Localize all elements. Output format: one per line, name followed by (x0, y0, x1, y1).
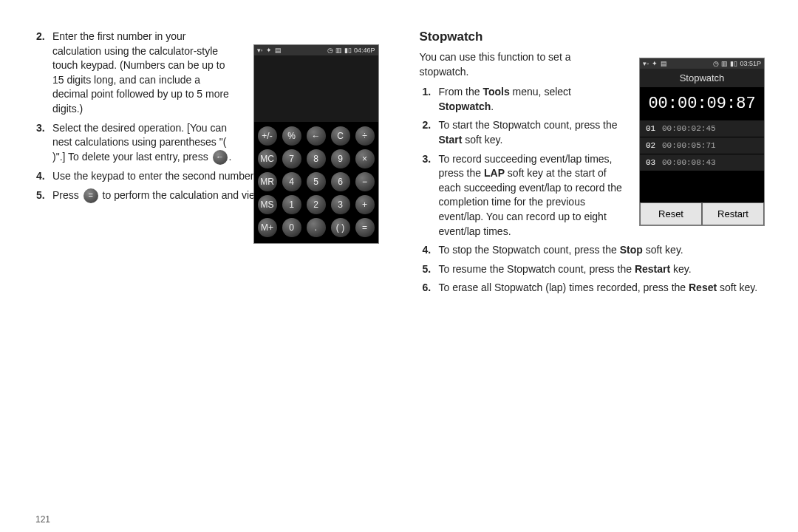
signal-icon: ▾◦ (257, 47, 263, 54)
calc-key-dot[interactable]: . (307, 218, 326, 237)
lap-time: 00:00:02:45 (662, 124, 716, 133)
step-number: 3. (420, 152, 439, 239)
calc-key-6[interactable]: 6 (331, 172, 350, 191)
calc-key-paren[interactable]: ( ) (331, 218, 350, 237)
calc-key-9[interactable]: 9 (331, 149, 350, 168)
step-text: Enter the first number in your calculati… (52, 30, 237, 117)
indicator-icon: ▤ (661, 60, 667, 67)
step-number: 4. (33, 169, 52, 184)
calc-key-plus[interactable]: + (355, 195, 375, 214)
calc-key-plusminus[interactable]: +/- (258, 126, 277, 146)
calculator-display (254, 55, 378, 122)
back-arrow-icon: ← (213, 150, 228, 165)
calc-key-mc[interactable]: MC (258, 149, 277, 168)
calc-key-equals[interactable]: = (355, 218, 375, 237)
stopwatch-heading: Stopwatch (420, 30, 765, 44)
step-number: 6. (420, 281, 439, 296)
signal-icon: ▾◦ (643, 60, 649, 67)
clock-icon: ◷ (713, 60, 719, 67)
calc-key-8[interactable]: 8 (307, 149, 326, 168)
left-column: 2. Enter the first number in your calcul… (33, 30, 379, 300)
calc-key-mplus[interactable]: M+ (258, 218, 277, 237)
status-bar: ▾◦ ✦ ▤ ◷ ▥ ▮▯ 03:51P (640, 58, 764, 69)
lap-number: 03 (646, 158, 658, 167)
step-text: Select the desired operation. [You can n… (52, 121, 237, 165)
step-number: 4. (420, 243, 439, 258)
calc-key-3[interactable]: 3 (331, 195, 350, 214)
right-column: Stopwatch You can use this function to s… (420, 30, 765, 300)
bars-icon: ▥ (335, 47, 342, 54)
step-number: 1. (420, 85, 439, 114)
step-text: To resume the Stopwatch count, press the… (439, 262, 765, 277)
page-number: 121 (35, 514, 50, 525)
lap-number: 02 (646, 141, 658, 150)
lap-time: 00:00:08:43 (662, 158, 716, 167)
calc-key-1[interactable]: 1 (282, 195, 301, 214)
calc-key-4[interactable]: 4 (282, 172, 301, 191)
battery-icon: ▮▯ (730, 60, 737, 67)
lap-row: 01 00:00:02:45 (640, 120, 764, 137)
calc-key-ms[interactable]: MS (258, 195, 277, 214)
step-text: To start the Stopwatch count, press the … (439, 118, 624, 147)
step-number: 2. (33, 30, 52, 117)
calc-key-back[interactable]: ← (307, 126, 326, 146)
restart-button[interactable]: Restart (702, 202, 764, 225)
step-text: To record succeeding event/lap times, pr… (439, 152, 624, 239)
calc-key-5[interactable]: 5 (307, 172, 326, 191)
status-bar: ▾◦ ✦ ▤ ◷ ▥ ▮▯ 04:46P (254, 45, 378, 55)
calc-key-2[interactable]: 2 (307, 195, 326, 214)
stopwatch-intro: You can use this function to set a stopw… (420, 50, 604, 79)
stopwatch-phone-mockup: ▾◦ ✦ ▤ ◷ ▥ ▮▯ 03:51P Stopwatch 00:00:09:… (639, 58, 765, 226)
step-number: 2. (420, 118, 439, 147)
lap-number: 01 (646, 124, 658, 133)
step-number: 3. (33, 121, 52, 165)
clock-icon: ◷ (327, 47, 333, 54)
reset-button[interactable]: Reset (640, 202, 702, 225)
calc-key-clear[interactable]: C (331, 126, 350, 146)
lap-time: 00:00:05:71 (662, 141, 716, 150)
calculator-keypad: +/- % ← C ÷ MC 7 8 9 × MR 4 5 6 − MS 1 2… (254, 122, 378, 243)
calc-key-mr[interactable]: MR (258, 172, 277, 191)
step-text: To erase all Stopwatch (lap) times recor… (439, 281, 765, 296)
step-text: From the Tools menu, select Stopwatch. (439, 85, 624, 114)
step-number: 5. (420, 262, 439, 277)
lap-row: 03 00:00:08:43 (640, 154, 764, 171)
lap-list: 01 00:00:02:45 02 00:00:05:71 03 00:00:0… (640, 120, 764, 171)
step-text: To stop the Stopwatch count, press the S… (439, 243, 765, 258)
indicator-icon: ✦ (266, 47, 272, 54)
indicator-icon: ▤ (275, 47, 282, 54)
calc-key-minus[interactable]: − (355, 172, 375, 191)
calculator-phone-mockup: ▾◦ ✦ ▤ ◷ ▥ ▮▯ 04:46P +/- % ← C ÷ MC (253, 44, 379, 244)
stopwatch-main-time: 00:00:09:87 (640, 87, 764, 120)
indicator-icon: ✦ (652, 60, 658, 67)
calc-key-multiply[interactable]: × (355, 149, 375, 168)
status-time: 03:51P (740, 60, 761, 67)
equals-icon: = (83, 188, 98, 203)
stopwatch-title: Stopwatch (640, 69, 764, 87)
stopwatch-softkey-row: Reset Restart (640, 202, 764, 225)
calc-key-0[interactable]: 0 (282, 218, 301, 237)
lap-row: 02 00:00:05:71 (640, 137, 764, 154)
calc-key-7[interactable]: 7 (282, 149, 301, 168)
calc-key-percent[interactable]: % (282, 126, 301, 146)
status-time: 04:46P (354, 47, 375, 54)
bars-icon: ▥ (721, 60, 728, 67)
step-number: 5. (33, 188, 52, 203)
battery-icon: ▮▯ (344, 47, 352, 54)
calc-key-divide[interactable]: ÷ (355, 126, 375, 146)
